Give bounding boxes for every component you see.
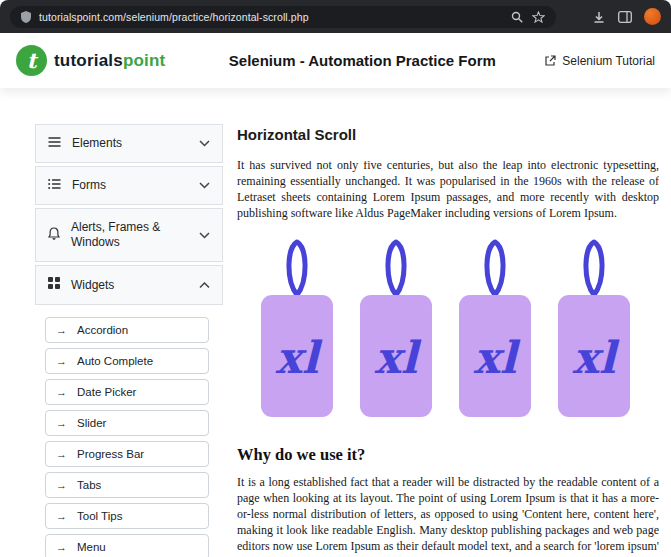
arrow-right-icon: →: [56, 355, 67, 367]
bell-icon: [48, 227, 60, 244]
accordion-card-elements: Elements: [35, 124, 223, 163]
widget-item-accordion[interactable]: →Accordion: [45, 317, 209, 343]
accordion-card-widgets: Widgets: [35, 265, 223, 305]
selenium-tutorial-link[interactable]: Selenium Tutorial: [544, 54, 655, 68]
external-link-icon: [544, 55, 556, 67]
arrow-right-icon: →: [56, 324, 67, 336]
arrow-right-icon: →: [56, 510, 67, 522]
arrow-right-icon: →: [56, 541, 67, 553]
browser-toolbar: tutorialspoint.com/selenium/practice/hor…: [0, 0, 671, 33]
arrow-right-icon: →: [56, 386, 67, 398]
lorem-paragraph-1: It has survived not only five centuries,…: [237, 161, 659, 222]
shield-icon[interactable]: [21, 11, 31, 23]
widget-item-progress-bar[interactable]: →Progress Bar: [45, 441, 209, 467]
price-tag-image: xl: [358, 235, 434, 419]
tag-loop: [586, 242, 602, 295]
url-text[interactable]: tutorialspoint.com/selenium/practice/hor…: [39, 11, 309, 23]
widget-item-label: Auto Complete: [77, 355, 153, 367]
widget-item-date-picker[interactable]: →Date Picker: [45, 379, 209, 405]
sidebar-item-label: Elements: [72, 136, 122, 151]
widget-item-label: Accordion: [77, 324, 128, 336]
logo-text-dark: tutorials: [54, 51, 123, 70]
widget-item-label: Slider: [77, 417, 106, 429]
list-icon: [48, 178, 61, 193]
why-heading: Why do we use it?: [237, 445, 659, 465]
chevron-down-icon: [199, 136, 210, 151]
price-tag-image: xl: [259, 235, 335, 419]
logo-icon: t: [16, 45, 47, 76]
sidebar-item-elements[interactable]: Elements: [36, 125, 222, 162]
price-tag-image: xl: [457, 235, 533, 419]
accordion-card-forms: Forms: [35, 166, 223, 205]
tutorialspoint-logo[interactable]: t tutorialspoint: [16, 45, 165, 76]
logo-text-green: point: [123, 51, 166, 70]
url-bar[interactable]: tutorialspoint.com/selenium/practice/hor…: [10, 6, 556, 28]
chevron-down-icon: [199, 228, 210, 243]
tag-loop: [388, 242, 404, 295]
widget-item-label: Menu: [77, 541, 106, 553]
tag-loop: [289, 242, 305, 295]
arrow-right-icon: →: [56, 479, 67, 491]
profile-avatar[interactable]: [644, 8, 661, 25]
arrow-right-icon: →: [56, 448, 67, 460]
tag-label: xl: [573, 332, 620, 383]
chevron-up-icon: [199, 278, 210, 293]
sidebar-item-label: Forms: [72, 178, 106, 193]
sidebar: Elements Forms Ale: [35, 124, 223, 557]
tag-label: xl: [474, 332, 521, 383]
sidebar-item-widgets[interactable]: Widgets: [36, 266, 222, 304]
sidebar-item-label: Alerts, Frames & Windows: [71, 220, 188, 250]
xl-tags-image: xl xl xl xl: [237, 235, 659, 419]
widget-item-auto-complete[interactable]: →Auto Complete: [45, 348, 209, 374]
tag-label: xl: [375, 332, 422, 383]
tag-loop: [487, 242, 503, 295]
bookmark-star-icon[interactable]: [532, 11, 545, 23]
search-icon[interactable]: [511, 11, 523, 23]
content-panel: Horizontal Scroll It has survived not on…: [223, 124, 671, 557]
widget-item-label: Progress Bar: [77, 448, 144, 460]
arrow-right-icon: →: [56, 417, 67, 429]
side-panel-icon[interactable]: [618, 11, 632, 23]
widget-item-label: Date Picker: [77, 386, 136, 398]
page-title: Selenium - Automation Practice Form: [229, 52, 496, 69]
site-header: t tutorialspoint Selenium - Automation P…: [0, 33, 671, 88]
download-icon[interactable]: [592, 10, 606, 24]
logo-text: tutorialspoint: [54, 51, 165, 71]
widgets-submenu: →Accordion →Auto Complete →Date Picker →…: [45, 317, 209, 557]
widget-item-tool-tips[interactable]: →Tool Tips: [45, 503, 209, 529]
grid-icon: [48, 277, 60, 293]
widget-item-menu[interactable]: →Menu: [45, 534, 209, 557]
main-area: Elements Forms Ale: [0, 88, 671, 557]
price-tag-image: xl: [556, 235, 632, 419]
chevron-down-icon: [199, 178, 210, 193]
hamburger-icon: [48, 136, 61, 151]
content-title: Horizontal Scroll: [237, 126, 659, 143]
sidebar-item-alerts-frames-windows[interactable]: Alerts, Frames & Windows: [36, 209, 222, 261]
lorem-paragraph-wrapper: It has survived not only five centuries,…: [237, 161, 659, 222]
sidebar-item-label: Widgets: [71, 278, 114, 293]
lorem-paragraph-2: It is a long established fact that a rea…: [237, 475, 659, 557]
widget-item-label: Tabs: [77, 479, 101, 491]
sidebar-item-forms[interactable]: Forms: [36, 167, 222, 204]
widget-item-tabs[interactable]: →Tabs: [45, 472, 209, 498]
tag-label: xl: [276, 332, 323, 383]
widget-item-slider[interactable]: →Slider: [45, 410, 209, 436]
accordion-card-alerts: Alerts, Frames & Windows: [35, 208, 223, 262]
selenium-tutorial-label: Selenium Tutorial: [562, 54, 655, 68]
widget-item-label: Tool Tips: [77, 510, 122, 522]
